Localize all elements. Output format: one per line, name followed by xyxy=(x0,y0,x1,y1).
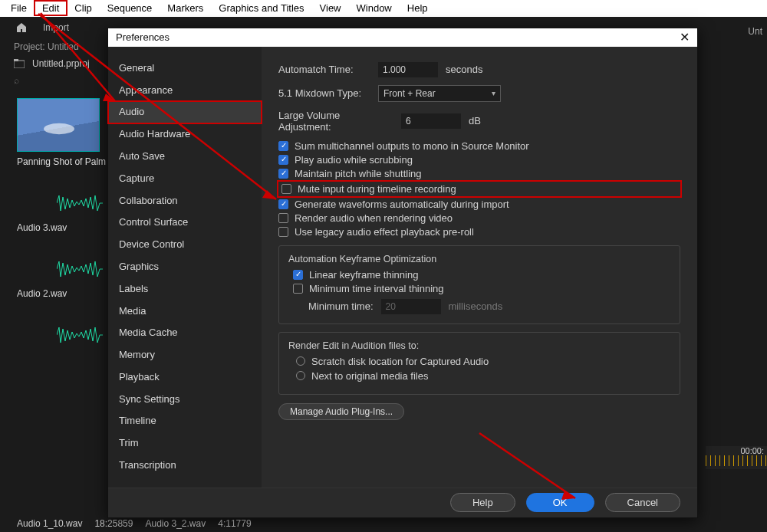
pref-check-row-5: Render audio when rendering video xyxy=(278,212,680,224)
bin-icon xyxy=(14,59,25,68)
dialog-title: Preferences xyxy=(116,31,170,43)
mixdown-label: 5.1 Mixdown Type: xyxy=(278,87,370,99)
pref-check-row-3: Mute input during timeline recording xyxy=(278,182,680,196)
render-audition-title: Render Edit in Audition files to: xyxy=(288,340,670,351)
import-tab[interactable]: Import xyxy=(43,22,69,33)
audio-thumbnail-1[interactable] xyxy=(57,190,103,216)
menu-file[interactable]: File xyxy=(3,1,35,15)
mintime-unit: milliseconds xyxy=(449,300,503,312)
sidebar-item-collaboration[interactable]: Collaboration xyxy=(108,190,262,212)
pref-check-label-6: Use legacy audio effect playback pre-rol… xyxy=(295,226,474,238)
sidebar-item-media[interactable]: Media xyxy=(108,300,262,323)
automatch-label: Automatch Time: xyxy=(278,64,370,75)
chevron-down-icon: ▾ xyxy=(492,89,495,97)
menu-graphics-and-titles[interactable]: Graphics and Titles xyxy=(211,1,311,15)
sidebar-item-playback[interactable]: Playback xyxy=(108,366,262,389)
pref-check-row-4: Generate waveforms automatically during … xyxy=(278,199,680,210)
pref-check-label-5: Render audio when rendering video xyxy=(295,212,453,224)
menu-markers[interactable]: Markers xyxy=(160,1,211,15)
sidebar-item-audio-hardware[interactable]: Audio Hardware xyxy=(108,123,262,146)
automatch-unit: seconds xyxy=(446,64,482,75)
app-menubar: FileEditClipSequenceMarkersGraphics and … xyxy=(0,0,767,17)
menu-sequence[interactable]: Sequence xyxy=(100,1,160,15)
preferences-content: Automatch Time: seconds 5.1 Mixdown Type… xyxy=(262,47,697,488)
min-interval-checkbox[interactable] xyxy=(293,284,303,294)
min-interval-label: Minimum time interval thinning xyxy=(309,283,444,294)
sidebar-item-auto-save[interactable]: Auto Save xyxy=(108,146,262,168)
sidebar-item-labels[interactable]: Labels xyxy=(108,278,262,300)
sidebar-item-memory[interactable]: Memory xyxy=(108,344,262,366)
linear-thinning-label: Linear keyframe thinning xyxy=(309,269,418,281)
mixdown-select[interactable]: Front + Rear▾ xyxy=(378,85,501,102)
ok-button[interactable]: OK xyxy=(526,493,594,512)
render-radio-next[interactable] xyxy=(296,371,305,380)
preferences-sidebar: GeneralAppearanceAudioAudio HardwareAuto… xyxy=(108,47,262,488)
mintime-input xyxy=(381,299,441,314)
dialog-footer: Help OK Cancel xyxy=(108,488,697,517)
volume-input[interactable] xyxy=(401,113,461,129)
audio-thumbnail-3[interactable] xyxy=(57,322,103,348)
sidebar-item-appearance[interactable]: Appearance xyxy=(108,80,262,102)
sidebar-item-trim[interactable]: Trim xyxy=(108,432,262,455)
pref-checkbox-4[interactable] xyxy=(278,199,288,209)
edge-label: Unt xyxy=(748,26,762,37)
menu-help[interactable]: Help xyxy=(400,1,436,15)
sidebar-item-media-cache[interactable]: Media Cache xyxy=(108,322,262,344)
dialog-titlebar: Preferences ✕ xyxy=(108,28,697,47)
automation-group-title: Automation Keyframe Optimization xyxy=(288,254,670,264)
automation-group: Automation Keyframe Optimization Linear … xyxy=(278,245,680,324)
sidebar-item-sync-settings[interactable]: Sync Settings xyxy=(108,389,262,411)
linear-thinning-checkbox[interactable] xyxy=(293,270,303,280)
mintime-label: Minimum time: xyxy=(308,300,374,312)
menu-view[interactable]: View xyxy=(312,1,349,15)
search-icon[interactable]: ⌕ xyxy=(14,75,19,86)
render-radio-next-label: Next to original media files xyxy=(311,370,428,382)
pref-checkbox-5[interactable] xyxy=(278,213,288,223)
pref-checkbox-2[interactable] xyxy=(278,169,288,179)
menu-window[interactable]: Window xyxy=(349,1,400,15)
svg-rect-0 xyxy=(14,61,25,68)
preferences-dialog: Preferences ✕ GeneralAppearanceAudioAudi… xyxy=(107,28,698,518)
render-radio-scratch-label: Scratch disk location for Captured Audio xyxy=(311,356,489,367)
project-file[interactable]: Untitled.prproj xyxy=(32,58,90,69)
sidebar-item-general[interactable]: General xyxy=(108,57,262,80)
bottom-info: Audio 1_10.wav 18:25859 Audio 3_2.wav 4:… xyxy=(17,518,252,529)
pref-check-label-3: Mute input during timeline recording xyxy=(298,183,456,195)
sidebar-item-device-control[interactable]: Device Control xyxy=(108,234,262,256)
pref-check-label-1: Play audio while scrubbing xyxy=(295,154,413,166)
cancel-button[interactable]: Cancel xyxy=(605,493,680,512)
pref-checkbox-0[interactable] xyxy=(278,141,288,151)
manage-plugins-button[interactable]: Manage Audio Plug-Ins... xyxy=(278,403,404,420)
sidebar-item-audio[interactable]: Audio xyxy=(108,101,262,123)
video-thumbnail[interactable] xyxy=(17,98,100,152)
automatch-input[interactable] xyxy=(378,62,438,77)
sidebar-item-timeline[interactable]: Timeline xyxy=(108,410,262,432)
pref-check-row-6: Use legacy audio effect playback pre-rol… xyxy=(278,226,680,238)
svg-rect-1 xyxy=(14,59,18,61)
pref-checkbox-6[interactable] xyxy=(278,227,288,237)
menu-edit[interactable]: Edit xyxy=(35,1,67,15)
audio-thumbnail-2[interactable] xyxy=(57,256,103,282)
menu-clip[interactable]: Clip xyxy=(67,1,99,15)
pref-check-label-4: Generate waveforms automatically during … xyxy=(295,199,509,210)
sidebar-item-transcription[interactable]: Transcription xyxy=(108,455,262,477)
pref-check-label-0: Sum multichannel outputs to mono in Sour… xyxy=(295,140,529,152)
pref-checkbox-1[interactable] xyxy=(278,155,288,165)
render-radio-scratch[interactable] xyxy=(296,356,305,366)
sidebar-item-capture[interactable]: Capture xyxy=(108,168,262,190)
pref-check-row-2: Maintain pitch while shuttling xyxy=(278,168,680,179)
volume-label: Large Volume Adjustment: xyxy=(278,110,393,133)
volume-unit: dB xyxy=(469,115,481,126)
sidebar-item-control-surface[interactable]: Control Surface xyxy=(108,212,262,234)
timeline-ruler[interactable]: 00:00: xyxy=(706,446,767,469)
help-button[interactable]: Help xyxy=(450,493,515,512)
pref-check-label-2: Maintain pitch while shuttling xyxy=(295,168,421,179)
home-icon[interactable] xyxy=(15,21,28,34)
close-icon[interactable]: ✕ xyxy=(680,30,690,44)
pref-checkbox-3[interactable] xyxy=(281,184,291,194)
pref-check-row-0: Sum multichannel outputs to mono in Sour… xyxy=(278,140,680,152)
sidebar-item-graphics[interactable]: Graphics xyxy=(108,256,262,278)
render-audition-group: Render Edit in Audition files to: Scratc… xyxy=(278,332,680,395)
pref-check-row-1: Play audio while scrubbing xyxy=(278,154,680,166)
